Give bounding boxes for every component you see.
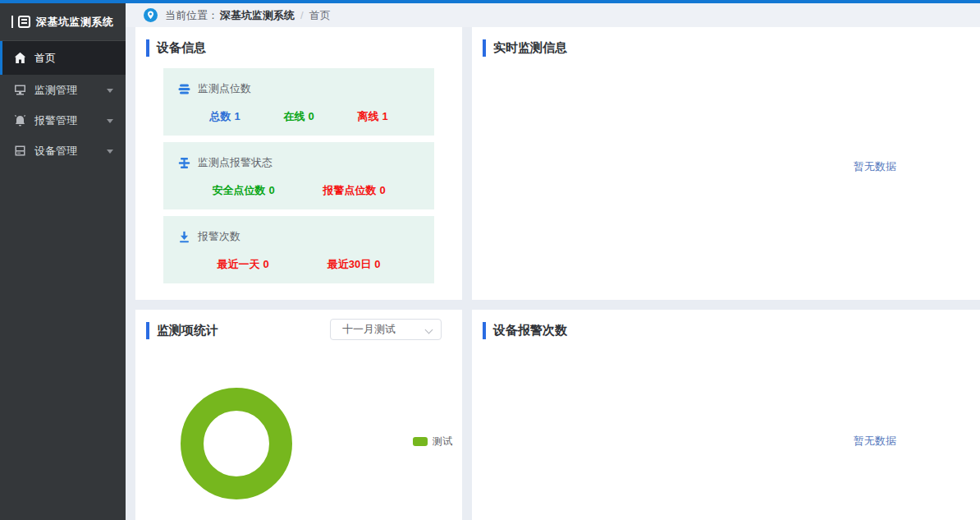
- location-pin-icon: [144, 8, 158, 22]
- card-title: 报警次数: [198, 229, 240, 244]
- sidebar-menu: 首页 监测管理 报警管理 设备管理: [0, 41, 126, 166]
- panel-title: 设备信息: [157, 40, 206, 56]
- stat-online: 在线0: [283, 109, 314, 124]
- card-title: 监测点位数: [198, 81, 251, 96]
- select-value: 十一月测试: [342, 322, 396, 337]
- panel-device-alarms: 设备报警次数 暂无数据: [472, 310, 980, 520]
- chevron-down-icon: [425, 326, 433, 334]
- sidebar-item-home[interactable]: 首页: [0, 41, 126, 75]
- stat-total: 总数1: [209, 109, 240, 124]
- device-icon: [14, 145, 26, 157]
- app-logo: 深基坑监测系统: [0, 3, 126, 41]
- breadcrumb-bar: 当前位置：深基坑监测系统/首页: [126, 3, 980, 27]
- panel-item-stats: 监测项统计 十一月测试 测试: [135, 310, 462, 520]
- monitor-icon: [14, 84, 26, 96]
- stat-safe-points: 安全点位数0: [212, 183, 274, 198]
- sidebar: 深基坑监测系统 首页 监测管理 报警管理 设备管理: [0, 3, 126, 520]
- card-title: 监测点报警状态: [198, 155, 272, 170]
- home-icon: [14, 52, 26, 64]
- download-icon: [178, 231, 190, 243]
- nodes-icon: [178, 157, 190, 169]
- legend-swatch: [413, 437, 428, 446]
- sidebar-item-alarms[interactable]: 报警管理: [0, 105, 126, 136]
- layers-icon: [178, 83, 190, 95]
- panel-title: 监测项统计: [157, 323, 218, 338]
- breadcrumb-root[interactable]: 深基坑监测系统: [220, 9, 295, 21]
- title-accent-bar: [483, 322, 486, 339]
- legend-label: 测试: [433, 435, 452, 449]
- panel-device-info: 设备信息 监测点位数 总数1 在线0 离线1 监测点报警状态: [135, 27, 462, 300]
- app-title: 深基坑监测系统: [36, 15, 114, 30]
- card-monitor-points: 监测点位数 总数1 在线0 离线1: [163, 68, 434, 136]
- stat-last-day: 最近一天0: [218, 257, 269, 272]
- breadcrumb: 当前位置：深基坑监测系统/首页: [165, 8, 331, 23]
- breadcrumb-prefix: 当前位置：: [165, 9, 218, 21]
- title-accent-bar: [146, 39, 149, 57]
- sidebar-item-devices[interactable]: 设备管理: [0, 136, 126, 166]
- top-accent-strip: [0, 0, 980, 3]
- donut-chart[interactable]: [171, 378, 302, 509]
- stat-offline: 离线1: [357, 109, 387, 124]
- panel-title: 实时监测信息: [493, 40, 567, 56]
- month-filter-select[interactable]: 十一月测试: [330, 319, 442, 340]
- chevron-down-icon: [107, 119, 113, 123]
- empty-data-text: 暂无数据: [854, 434, 896, 449]
- breadcrumb-current[interactable]: 首页: [309, 9, 331, 21]
- panel-title: 设备报警次数: [493, 323, 567, 338]
- chevron-down-icon: [107, 150, 113, 154]
- card-alarm-status: 监测点报警状态 安全点位数0 报警点位数0: [163, 142, 434, 209]
- panel-realtime-info: 实时监测信息 暂无数据: [472, 27, 980, 300]
- title-accent-bar: [146, 322, 149, 339]
- title-accent-bar: [483, 39, 486, 57]
- chart-legend[interactable]: 测试: [413, 435, 452, 449]
- sidebar-item-label: 设备管理: [34, 144, 77, 159]
- breadcrumb-separator: /: [300, 9, 304, 21]
- alarm-icon: [14, 114, 26, 127]
- main-content: 设备信息 监测点位数 总数1 在线0 离线1 监测点报警状态: [126, 27, 980, 520]
- sidebar-item-label: 首页: [34, 51, 56, 66]
- chevron-down-icon: [107, 89, 113, 93]
- empty-data-text: 暂无数据: [854, 159, 896, 174]
- stat-alarm-points: 报警点位数0: [323, 183, 385, 198]
- sidebar-item-monitoring[interactable]: 监测管理: [0, 75, 126, 105]
- logo-divider: [11, 16, 13, 28]
- card-alarm-count: 报警次数 最近一天0 最近30日0: [163, 216, 434, 283]
- book-icon: [18, 16, 30, 28]
- stat-last-30-days: 最近30日0: [327, 257, 381, 272]
- sidebar-item-label: 监测管理: [34, 83, 77, 98]
- sidebar-item-label: 报警管理: [34, 113, 77, 128]
